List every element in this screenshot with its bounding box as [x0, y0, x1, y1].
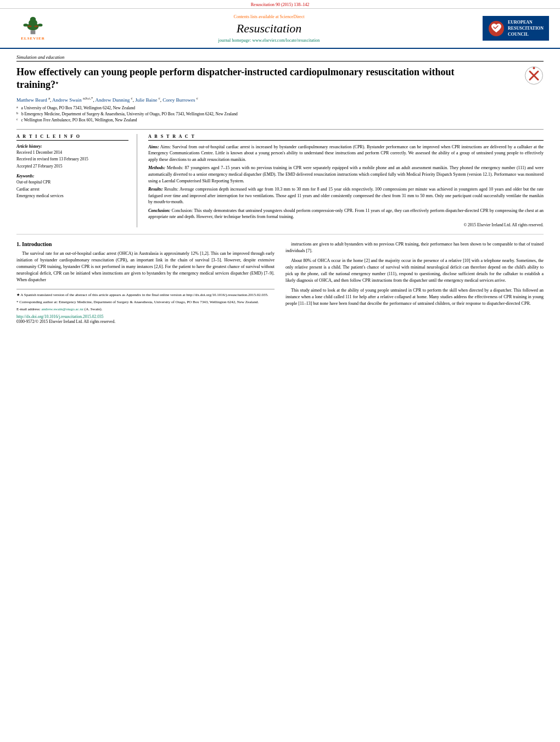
footnote-corresponding: * Corresponding author at: Emergency Med… [16, 300, 275, 305]
abstract-heading: A B S T R A C T [148, 134, 544, 141]
svg-point-10 [533, 67, 535, 69]
footnote-star: ★ A Spanish translated version of the ab… [16, 293, 275, 298]
erc-logo: EUROPEAN RESUSCITATION COUNCIL [483, 16, 549, 41]
affiliation-a: a a University of Otago, PO Box 7343, We… [16, 105, 544, 111]
article-title-block: How effectively can young people perform… [16, 66, 544, 92]
intro-left-col: 1. Introduction The survival rate for an… [16, 241, 275, 324]
journal-header: ELSEVIER Contents lists available at Sci… [0, 9, 560, 49]
author-julie: Julie Baine [135, 97, 157, 103]
footnote-email: E-mail address: andrew.swain@otago.ac.nz… [16, 307, 275, 313]
article-info-abstract-block: A R T I C L E I N F O Article history: R… [16, 129, 544, 228]
svg-point-7 [38, 24, 43, 26]
abstract-column: A B S T R A C T Aims: Aims: Survival fro… [148, 134, 544, 228]
keywords-heading: Keywords: [16, 174, 128, 178]
sciencedirect-line: Contents lists available at ScienceDirec… [60, 14, 478, 19]
keyword-2: Cardiac arrest [16, 187, 128, 193]
svg-point-3 [30, 17, 36, 22]
journal-homepage: journal homepage: www.elsevier.com/locat… [60, 38, 478, 43]
affiliations: a a University of Otago, PO Box 7343, We… [16, 105, 544, 124]
doi-link[interactable]: http://dx.doi.org/10.1016/j.resuscitatio… [16, 314, 103, 319]
abstract-results: Results: Results: Average compression de… [148, 186, 544, 205]
author-corey: Corey Burrowes [163, 97, 195, 103]
crossmark-badge[interactable] [524, 66, 544, 85]
keyword-1: Out-of-hospital CPR [16, 180, 128, 186]
article-info-heading: A R T I C L E I N F O [16, 134, 128, 141]
erc-heart-icon [488, 20, 505, 37]
intro-right-col: instructions are given to adult bystande… [285, 241, 544, 324]
footnote-email-link[interactable]: andrew.swain@otago.ac.nz [42, 307, 84, 311]
introduction-section: 1. Introduction The survival rate for an… [16, 241, 544, 324]
intro-heading: 1. Introduction [16, 241, 275, 247]
authors-line: Matthew Beard a, Andrew Swain a,b,c,*, A… [16, 96, 544, 103]
issn-line: 0300-9572/© 2015 Elsevier Ireland Ltd. A… [16, 319, 275, 324]
svg-rect-5 [35, 26, 38, 27]
svg-rect-4 [27, 26, 31, 27]
elsevier-tree-icon [19, 16, 47, 35]
elsevier-brand-text: ELSEVIER [21, 36, 44, 41]
keywords-section: Keywords: Out-of-hospital CPR Cardiac ar… [16, 174, 128, 199]
erc-text: EUROPEAN RESUSCITATION COUNCIL [508, 19, 544, 38]
received-date: Received 1 December 2014 [16, 150, 128, 156]
homepage-url[interactable]: www.elsevier.com/locate/resuscitation [252, 38, 320, 43]
journal-center: Contents lists available at ScienceDirec… [60, 14, 478, 43]
section-divider [16, 234, 544, 235]
abstract-methods: Methods: Methods: 87 youngsters aged 7–1… [148, 165, 544, 184]
abstract-conclusion: Conclusion: Conclusion: This study demon… [148, 208, 544, 220]
doi-line: http://dx.doi.org/10.1016/j.resuscitatio… [16, 314, 275, 319]
elsevier-logo: ELSEVIER [11, 13, 55, 43]
author-matthew: Matthew Beard [16, 97, 47, 103]
footnotes-area: ★ A Spanish translated version of the ab… [16, 289, 275, 324]
affiliation-c: c c Wellington Free Ambulance, PO Box 60… [16, 117, 544, 123]
main-content: Simulation and education How effectively… [0, 49, 560, 330]
journal-name: Resuscitation [60, 21, 478, 36]
copyright-line: © 2015 Elsevier Ireland Ltd. All rights … [148, 222, 544, 227]
keyword-3: Emergency medical services [16, 193, 128, 199]
svg-point-6 [24, 24, 29, 26]
article-history-heading: Article history: [16, 144, 128, 149]
author-andrew-swain: Andrew Swain [52, 97, 82, 103]
page-wrapper: Resuscitation 90 (2015) 138–142 ELSEVIER [0, 0, 560, 742]
affiliation-b: b b Emergency Medicine, Department of Su… [16, 111, 544, 117]
abstract-aims: Aims: Aims: Survival from out-of-hospita… [148, 144, 544, 163]
intro-right-text: instructions are given to adult bystande… [285, 241, 544, 307]
crossmark-icon [524, 66, 544, 85]
sciencedirect-text[interactable]: ScienceDirect [280, 14, 305, 19]
intro-left-text: The survival rate for an out-of-hospital… [16, 250, 275, 283]
article-title: How effectively can young people perform… [16, 66, 467, 92]
article-info-column: A R T I C L E I N F O Article history: R… [16, 134, 137, 228]
section-label: Simulation and education [16, 54, 544, 62]
citation-text: Resuscitation 90 (2015) 138–142 [251, 2, 309, 7]
received-revised-date: Received in revised form 13 February 201… [16, 157, 128, 163]
erc-badge: EUROPEAN RESUSCITATION COUNCIL [483, 16, 549, 41]
accepted-date: Accepted 27 February 2015 [16, 164, 128, 170]
journal-citation-bar: Resuscitation 90 (2015) 138–142 [0, 0, 560, 9]
author-andrew-dunning: Andrew Dunning [96, 97, 130, 103]
svg-rect-0 [31, 30, 36, 34]
